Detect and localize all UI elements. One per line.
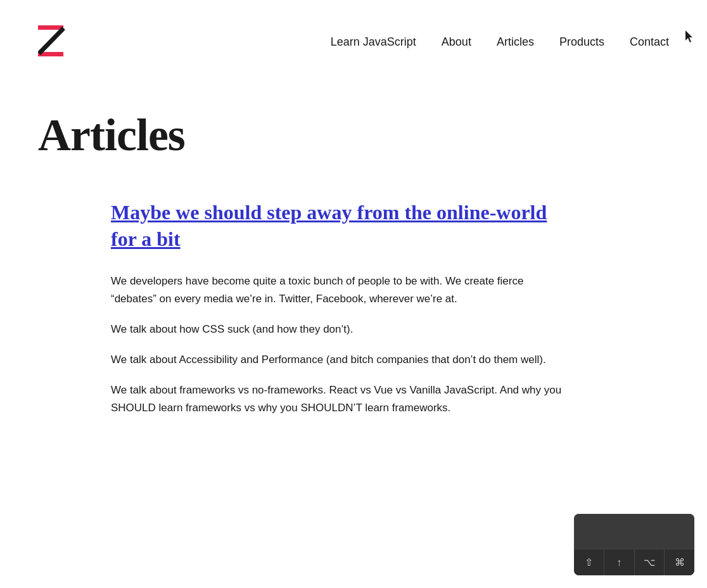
- article-paragraph-4: We talk about frameworks vs no-framework…: [111, 381, 567, 417]
- article-paragraph-2: We talk about how CSS suck (and how they…: [111, 321, 567, 338]
- toolbar-buttons: ⇧ ↑ ⌥ ⌘: [574, 549, 694, 575]
- article-section: Maybe we should step away from the onlin…: [111, 200, 567, 417]
- command-key-button[interactable]: ⌘: [665, 549, 694, 575]
- main-content: Articles Maybe we should step away from …: [0, 58, 707, 468]
- svg-rect-0: [38, 25, 63, 30]
- nav-learn-javascript[interactable]: Learn JavaScript: [331, 35, 416, 49]
- nav-contact[interactable]: Contact: [630, 35, 669, 49]
- page-title: Articles: [38, 109, 669, 162]
- toolbar-display: [574, 514, 694, 549]
- main-nav: Learn JavaScript About Articles Products…: [331, 35, 669, 49]
- nav-articles[interactable]: Articles: [497, 35, 534, 49]
- bottom-toolbar: ⇧ ↑ ⌥ ⌘: [574, 514, 694, 575]
- option-key-button[interactable]: ⌥: [635, 549, 665, 575]
- article-paragraph-1: We developers have become quite a toxic …: [111, 272, 567, 308]
- svg-line-2: [41, 30, 62, 52]
- shift-key-button[interactable]: ⇧: [574, 549, 604, 575]
- nav-about[interactable]: About: [442, 35, 471, 49]
- logo[interactable]: [38, 25, 68, 58]
- up-arrow-key-button[interactable]: ↑: [604, 549, 635, 575]
- article-title-link[interactable]: Maybe we should step away from the onlin…: [111, 200, 567, 252]
- article-body: We developers have become quite a toxic …: [111, 272, 567, 417]
- site-header: Learn JavaScript About Articles Products…: [0, 0, 707, 58]
- nav-products[interactable]: Products: [559, 35, 604, 49]
- article-paragraph-3: We talk about Accessibility and Performa…: [111, 351, 567, 369]
